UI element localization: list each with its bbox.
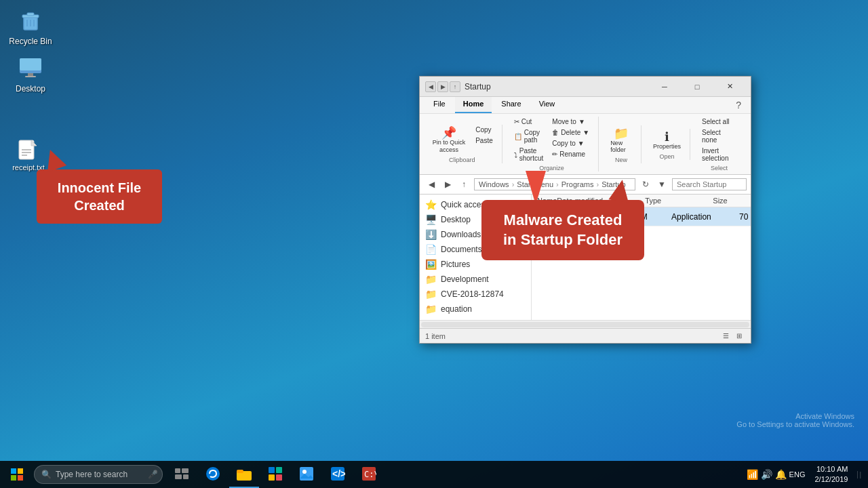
nav-up-button[interactable]: ↑	[456, 177, 471, 192]
svg-text:</>: </>	[332, 468, 345, 479]
edge-button[interactable]	[198, 461, 228, 488]
desktop: Recycle Bin Desktop receipt.txt	[0, 0, 868, 461]
addr-refresh-button[interactable]: ↻	[638, 177, 653, 192]
breadcrumb-windows[interactable]: Windows	[479, 180, 509, 188]
system-tray: 📶 🔊 🔔 ENG	[747, 469, 806, 480]
taskbar-right: 📶 🔊 🔔 ENG 10:10 AM 2/12/2019 |	[747, 464, 868, 485]
window-title: Startup	[465, 82, 491, 92]
tab-file[interactable]: File	[425, 97, 454, 113]
sidebar-item-cve[interactable]: 📁 CVE-2018-12874	[420, 287, 531, 302]
delete-button[interactable]: 🗑 Delete ▼	[549, 127, 593, 138]
svg-rect-17	[11, 468, 16, 474]
cut-button[interactable]: ✂ Cut	[511, 117, 547, 127]
view-details-button[interactable]: ☰	[719, 330, 732, 342]
start-button[interactable]	[0, 461, 34, 488]
clock-date: 2/12/2019	[814, 474, 848, 485]
new-folder-button[interactable]: 📁 New folder	[607, 125, 635, 155]
svg-rect-31	[276, 474, 282, 481]
store-button[interactable]	[260, 461, 290, 488]
addr-expand-button[interactable]: ▼	[654, 177, 669, 192]
ribbon-help-icon[interactable]: ?	[732, 97, 745, 113]
status-bar: 1 item ☰ ⊞	[420, 328, 751, 343]
tb-forward-icon: ▶	[437, 81, 448, 92]
svg-rect-29	[276, 467, 282, 473]
copy-path-button[interactable]: 📋 Copy path	[511, 127, 547, 145]
status-count: 1 item	[425, 332, 446, 340]
svg-rect-8	[28, 73, 33, 76]
breadcrumb-programs[interactable]: Programs	[561, 180, 594, 188]
minimize-button[interactable]: ─	[649, 77, 680, 97]
paste-shortcut-button[interactable]: ⤵ Paste shortcut	[511, 146, 547, 163]
title-bar: ◀ ▶ ↑ Startup ─ □ ✕	[420, 77, 751, 97]
view-large-icons-button[interactable]: ⊞	[733, 330, 745, 342]
pin-to-quick-access-button[interactable]: 📌 Pin to Quick access	[428, 125, 470, 156]
recycle-bin-label: Recycle Bin	[9, 37, 52, 46]
svg-rect-19	[11, 475, 16, 481]
tab-share[interactable]: Share	[493, 97, 529, 113]
vscode-button[interactable]: </>	[323, 461, 353, 488]
select-all-button[interactable]: Select all	[698, 117, 740, 127]
copy-button[interactable]: Copy	[472, 125, 496, 135]
select-none-button[interactable]: Select none	[698, 127, 740, 145]
maximize-button[interactable]: □	[682, 77, 713, 97]
taskbar-search-icon: 🔍	[41, 470, 52, 479]
photos-button[interactable]	[292, 461, 321, 488]
sidebar-item-equation[interactable]: 📁 equation	[420, 302, 531, 317]
system-clock[interactable]: 10:10 AM 2/12/2019	[809, 464, 853, 485]
show-desktop-button[interactable]: |	[857, 471, 863, 479]
desktop-icon[interactable]: Desktop	[7, 54, 54, 94]
clock-time: 10:10 AM	[816, 464, 848, 474]
invert-selection-button[interactable]: Invert selection	[698, 146, 740, 163]
tab-view[interactable]: View	[531, 97, 564, 113]
svg-point-25	[206, 467, 220, 481]
horizontal-scrollbar[interactable]	[420, 320, 751, 328]
windows-activate-notice: Activate Windows Go to Settings to activ…	[736, 412, 854, 428]
desktop-icon-label: Desktop	[16, 84, 45, 94]
file-type: Application	[671, 212, 739, 222]
taskbar-search-bar[interactable]: 🔍 🎤	[34, 465, 163, 484]
tb-up-icon: ↑	[450, 81, 460, 92]
svg-rect-27	[237, 470, 243, 473]
taskbar: 🔍 🎤	[0, 461, 868, 488]
svg-rect-2	[27, 13, 34, 16]
terminal-button[interactable]: C:\	[354, 461, 384, 488]
file-size: 70 KB	[739, 212, 751, 222]
svg-rect-22	[182, 468, 189, 473]
ribbon: File Home Share View ? 📌 Pin to Quick ac…	[420, 97, 751, 175]
notification-icon[interactable]: 🔔	[775, 469, 787, 480]
svg-rect-21	[175, 468, 180, 473]
svg-rect-30	[269, 474, 275, 481]
move-to-button[interactable]: Move to ▼	[549, 117, 593, 127]
tab-home[interactable]: Home	[455, 97, 492, 113]
svg-point-33	[302, 470, 307, 474]
task-view-button[interactable]	[167, 461, 197, 488]
rename-button[interactable]: ✏ Rename	[549, 149, 593, 159]
tb-back-icon: ◀	[425, 81, 436, 92]
nav-back-button[interactable]: ◀	[424, 177, 439, 192]
language-label[interactable]: ENG	[789, 470, 806, 479]
mic-icon[interactable]: 🎤	[148, 470, 158, 479]
col-size[interactable]: Size	[713, 197, 751, 205]
svg-rect-20	[18, 475, 23, 481]
recycle-bin-icon[interactable]: Recycle Bin	[7, 7, 54, 46]
taskbar-search-input[interactable]	[56, 470, 144, 479]
svg-rect-23	[175, 474, 182, 479]
address-bar: ◀ ▶ ↑ Windows › Start Menu › Programs › …	[420, 175, 751, 195]
close-button[interactable]: ✕	[714, 77, 745, 97]
volume-icon[interactable]: 🔊	[761, 469, 772, 480]
paste-button[interactable]: Paste	[472, 136, 496, 146]
file-explorer-button[interactable]	[229, 461, 259, 488]
copy-to-button[interactable]: Copy to ▼	[549, 138, 593, 148]
properties-button[interactable]: ℹ Properties	[650, 129, 684, 152]
innocent-file-callout: Innocent File Created	[37, 169, 162, 224]
col-type[interactable]: Type	[645, 197, 713, 205]
search-input[interactable]	[672, 178, 747, 190]
svg-rect-18	[18, 468, 23, 474]
svg-rect-9	[25, 76, 36, 77]
nav-forward-button[interactable]: ▶	[440, 177, 455, 192]
malware-callout: Malware Created in Startup Folder	[481, 200, 644, 260]
network-icon[interactable]: 📶	[747, 469, 758, 480]
svg-rect-28	[269, 467, 275, 473]
taskbar-items: </> C:\	[167, 461, 384, 488]
sidebar-item-development[interactable]: 📁 Development	[420, 272, 531, 287]
